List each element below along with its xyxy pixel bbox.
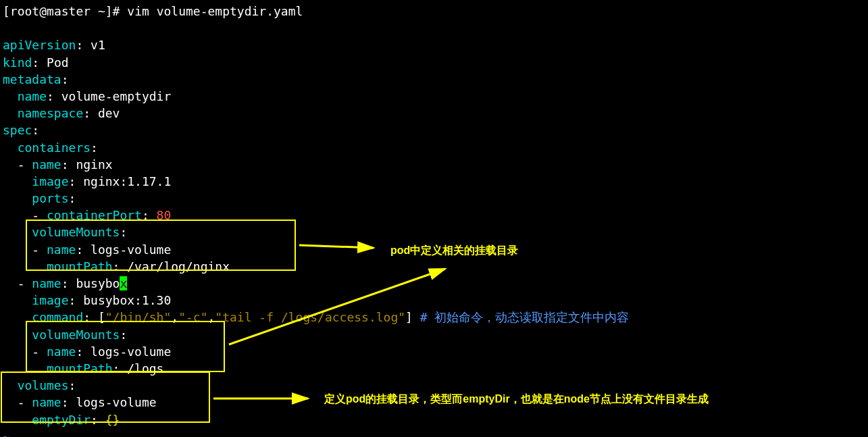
yaml-line: - name: nginx — [3, 156, 865, 173]
annotation-2: 定义pod的挂载目录，类型而emptyDir，也就是在node节点上没有文件目录… — [324, 392, 709, 407]
yaml-line: - containerPort: 80 — [3, 207, 865, 224]
yaml-line: apiVersion: v1 — [3, 36, 865, 53]
yaml-line: name: volume-emptydir — [3, 88, 865, 105]
yaml-line: command: ["/bin/sh","-c","tail -f /logs/… — [3, 309, 865, 326]
yaml-line: spec: — [3, 122, 865, 138]
terminal-window[interactable]: [root@master ~]# vim volume-emptydir.yam… — [3, 3, 865, 437]
prompt-line: [root@master ~]# vim volume-emptydir.yam… — [3, 3, 865, 20]
yaml-line: ports: — [3, 190, 865, 207]
vim-tilde: ~ — [3, 428, 865, 437]
yaml-line: mountPath: /var/log/nginx — [3, 258, 865, 275]
yaml-line: - name: busybox — [3, 275, 865, 292]
yaml-line: containers: — [3, 139, 865, 156]
yaml-line: image: busybox:1.30 — [3, 292, 865, 309]
yaml-line: kind: Pod — [3, 54, 865, 71]
yaml-line: image: nginx:1.17.1 — [3, 173, 865, 190]
yaml-line: namespace: dev — [3, 105, 865, 122]
yaml-line: volumeMounts: — [3, 326, 865, 343]
yaml-line: emptyDir: {} — [3, 411, 865, 428]
yaml-line: - name: logs-volume — [3, 343, 865, 360]
yaml-line: metadata: — [3, 71, 865, 88]
annotation-1: pod中定义相关的挂载目录 — [390, 243, 518, 258]
cursor: x — [120, 276, 127, 290]
yaml-line: volumeMounts: — [3, 224, 865, 240]
yaml-line: mountPath: /logs — [3, 360, 865, 377]
